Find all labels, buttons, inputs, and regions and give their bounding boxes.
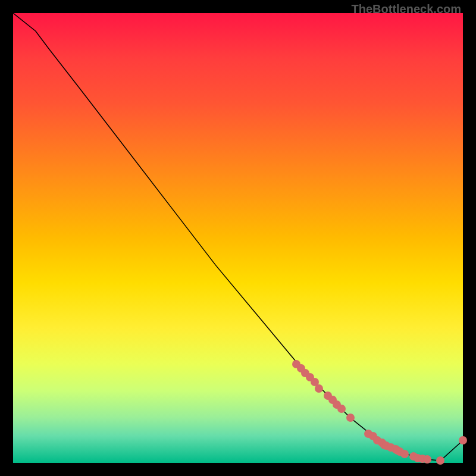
watermark-text: TheBottleneck.com xyxy=(352,2,461,16)
data-point xyxy=(315,384,323,393)
curve-line xyxy=(13,13,463,463)
data-point xyxy=(459,436,467,444)
data-point xyxy=(436,456,444,465)
plot-area xyxy=(13,13,463,463)
data-point xyxy=(337,405,346,413)
chart-container: TheBottleneck.com xyxy=(0,0,476,476)
data-point xyxy=(400,450,409,458)
data-point xyxy=(346,414,355,422)
data-point xyxy=(423,455,431,464)
